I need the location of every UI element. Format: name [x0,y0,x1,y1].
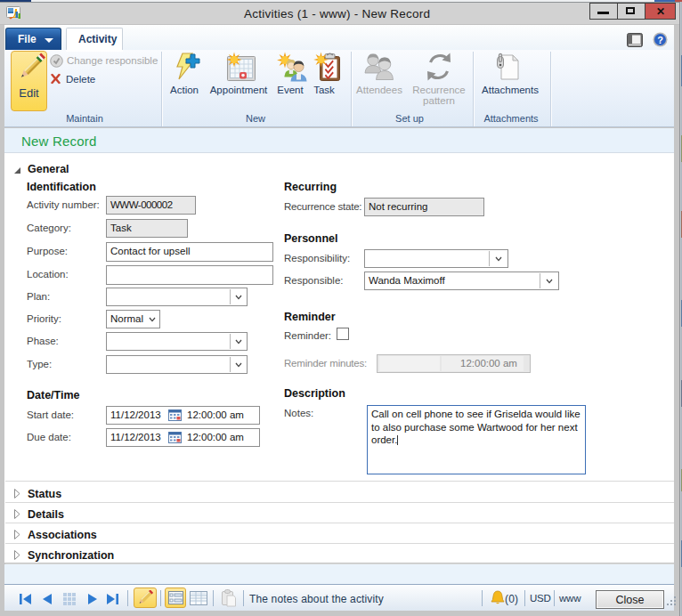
svg-text:?: ? [657,35,663,45]
